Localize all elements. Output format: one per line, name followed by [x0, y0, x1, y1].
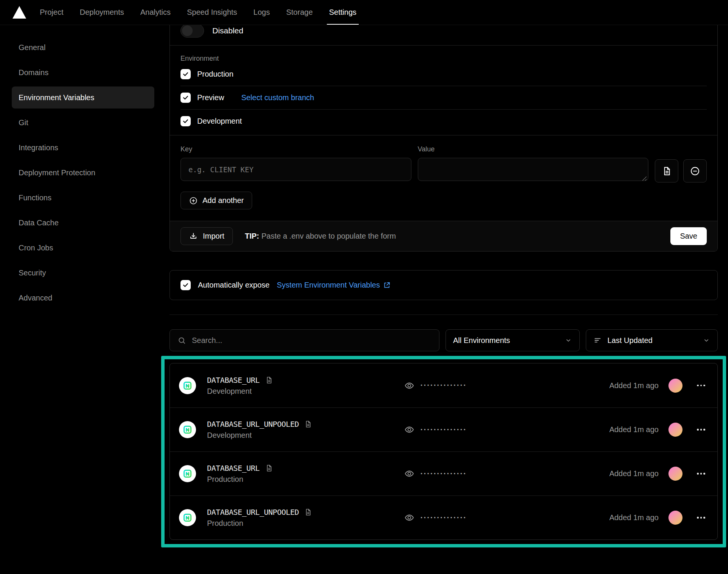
added-timestamp: Added 1m ago [609, 513, 659, 522]
eye-icon[interactable] [404, 381, 414, 391]
env-var-meta: Added 1m ago [609, 423, 708, 437]
sort-value: Last Updated [607, 336, 653, 345]
key-input[interactable] [180, 158, 411, 181]
sidebar-item-cron-jobs[interactable]: Cron Jobs [12, 237, 154, 259]
nav-tab-deployments[interactable]: Deployments [80, 0, 124, 25]
sort-dropdown[interactable]: Last Updated [586, 329, 718, 351]
row-menu-button[interactable] [694, 423, 708, 437]
row-menu-button[interactable] [694, 378, 708, 393]
sort-icon [593, 336, 602, 344]
sidebar-item-domains[interactable]: Domains [12, 61, 154, 83]
chevron-down-icon [703, 337, 710, 344]
paste-env-file-button[interactable] [655, 159, 678, 182]
env-option-preview: Preview Select custom branch [180, 86, 707, 110]
env-var-row[interactable]: DATABASE_URL Production •••••••••••••• A… [170, 451, 717, 495]
expose-checkbox[interactable] [180, 280, 191, 290]
nav-tab-project[interactable]: Project [40, 0, 63, 25]
key-value-section: Key Value [170, 135, 717, 221]
masked-value: •••••••••••••• [420, 515, 466, 521]
row-menu-button[interactable] [694, 467, 708, 481]
environment-section: Environment Production Preview Select cu… [170, 45, 717, 135]
user-avatar [668, 511, 682, 525]
sidebar-item-integrations[interactable]: Integrations [12, 137, 154, 159]
save-button[interactable]: Save [670, 227, 707, 245]
nav-tab-logs[interactable]: Logs [253, 0, 270, 25]
value-input[interactable] [418, 158, 649, 181]
neon-integration-icon [179, 465, 196, 482]
env-var-key: DATABASE_URL [207, 376, 260, 385]
env-var-meta: Added 1m ago [609, 378, 708, 393]
sidebar-item-functions[interactable]: Functions [12, 187, 154, 209]
sensitive-toggle[interactable] [180, 24, 204, 38]
environment-filter-value: All Environments [453, 336, 510, 345]
added-timestamp: Added 1m ago [609, 469, 659, 478]
sensitive-toggle-label: Disabled [212, 26, 243, 35]
environment-variables-panel: Disabled Environment Production Preview … [169, 25, 718, 547]
note-icon[interactable] [304, 508, 312, 516]
sidebar-item-general[interactable]: General [12, 36, 154, 58]
env-var-environment: Development [207, 431, 404, 440]
eye-icon[interactable] [404, 513, 414, 523]
env-var-meta: Added 1m ago [609, 467, 708, 481]
env-var-environment: Development [207, 387, 404, 396]
sidebar-item-environment-variables[interactable]: Environment Variables [12, 86, 154, 109]
note-icon[interactable] [265, 376, 273, 384]
development-checkbox[interactable] [180, 116, 191, 126]
create-card-footer: Import TIP:Paste a .env above to populat… [170, 221, 717, 251]
env-var-value: •••••••••••••• [404, 469, 609, 479]
environment-section-label: Environment [180, 55, 219, 62]
env-var-info: DATABASE_URL_UNPOOLED Development [207, 420, 404, 440]
preview-checkbox[interactable] [180, 93, 191, 103]
note-icon[interactable] [265, 464, 273, 472]
settings-sidebar: General Domains Environment Variables Gi… [0, 25, 169, 312]
env-var-row[interactable]: DATABASE_URL_UNPOOLED Development ••••••… [170, 407, 717, 451]
row-menu-button[interactable] [694, 511, 708, 525]
external-link-icon [383, 281, 391, 289]
nav-tab-speed-insights[interactable]: Speed Insights [187, 0, 237, 25]
expose-system-variables-card: Automatically expose System Environment … [169, 270, 718, 300]
eye-icon[interactable] [404, 425, 414, 435]
tip-text: TIP:Paste a .env above to populate the f… [245, 232, 396, 241]
added-timestamp: Added 1m ago [609, 381, 659, 390]
env-var-info: DATABASE_URL Production [207, 464, 404, 484]
eye-icon[interactable] [404, 469, 414, 479]
sidebar-item-deployment-protection[interactable]: Deployment Protection [12, 162, 154, 184]
value-label: Value [418, 145, 649, 153]
add-another-button[interactable]: Add another [180, 192, 252, 209]
env-var-key: DATABASE_URL_UNPOOLED [207, 420, 299, 429]
nav-tab-storage[interactable]: Storage [286, 0, 313, 25]
production-checkbox[interactable] [180, 69, 191, 79]
chevron-down-icon [565, 337, 572, 344]
tip-body: Paste a .env above to populate the form [261, 232, 396, 240]
masked-value: •••••••••••••• [420, 471, 466, 476]
system-environment-variables-link[interactable]: System Environment Variables [277, 281, 391, 289]
highlight-outline: DATABASE_URL Development •••••••••••••• … [161, 356, 726, 547]
minus-circle-icon [690, 166, 700, 176]
toggle-thumb [182, 25, 193, 36]
env-var-row[interactable]: DATABASE_URL_UNPOOLED Production •••••••… [170, 495, 717, 539]
import-button[interactable]: Import [180, 227, 233, 245]
environment-filter-dropdown[interactable]: All Environments [446, 329, 580, 351]
sidebar-item-data-cache[interactable]: Data Cache [12, 212, 154, 234]
nav-tabs: Project Deployments Analytics Speed Insi… [40, 0, 356, 25]
nav-tab-settings[interactable]: Settings [329, 0, 356, 25]
file-icon [661, 166, 672, 176]
note-icon[interactable] [304, 420, 312, 428]
section-divider [169, 315, 718, 315]
sidebar-item-security[interactable]: Security [12, 262, 154, 284]
env-var-info: DATABASE_URL_UNPOOLED Production [207, 508, 404, 528]
user-avatar [668, 467, 682, 481]
sidebar-item-git[interactable]: Git [12, 112, 154, 134]
search-input[interactable] [192, 336, 431, 345]
env-var-row[interactable]: DATABASE_URL Development •••••••••••••• … [170, 363, 717, 407]
env-var-key: DATABASE_URL [207, 464, 260, 473]
tip-label: TIP: [245, 232, 259, 240]
env-var-key: DATABASE_URL_UNPOOLED [207, 508, 299, 517]
remove-row-button[interactable] [683, 159, 707, 182]
select-custom-branch-link[interactable]: Select custom branch [241, 93, 314, 102]
top-nav: Project Deployments Analytics Speed Insi… [0, 0, 728, 25]
sidebar-item-advanced[interactable]: Advanced [12, 287, 154, 309]
masked-value: •••••••••••••• [420, 383, 466, 388]
add-another-label: Add another [202, 196, 244, 205]
nav-tab-analytics[interactable]: Analytics [140, 0, 171, 25]
